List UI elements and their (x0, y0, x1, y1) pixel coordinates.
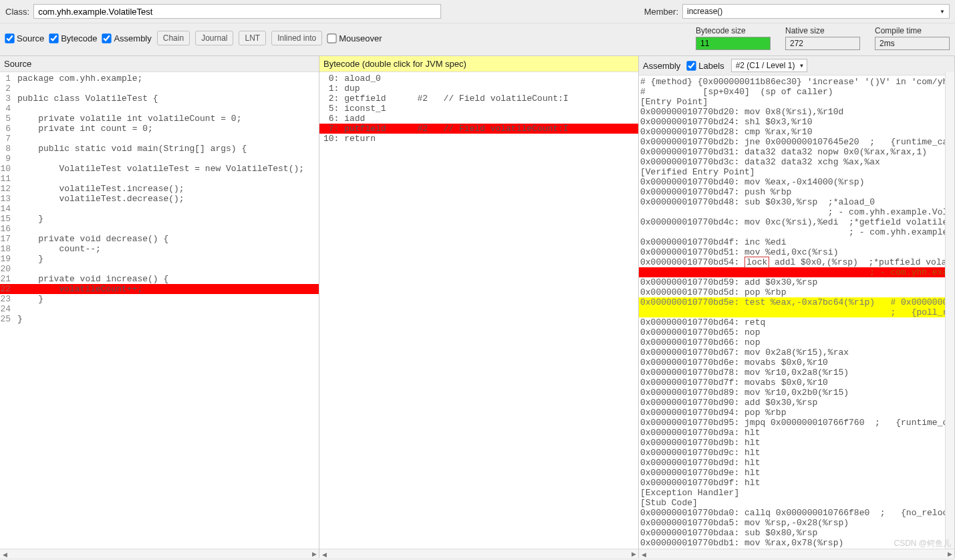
source-line[interactable]: 23 } (0, 294, 319, 304)
assembly-line[interactable]: 0x000000010770bd20: mov 0x8(%rsi),%r10d (639, 107, 954, 117)
assembly-line[interactable]: ; - com.yhh.example. (639, 267, 954, 277)
assembly-line[interactable]: # [sp+0x40] (sp of caller) (639, 87, 954, 97)
bytecode-line[interactable]: 10: return (319, 134, 638, 144)
source-line[interactable]: 25} (0, 314, 319, 324)
assembly-line[interactable]: 0x000000010770bd9e: hlt (639, 468, 954, 478)
bytecode-line[interactable]: 5: iconst_1 (319, 104, 638, 114)
source-line[interactable]: 8 public static void main(String[] args)… (0, 144, 319, 154)
assembly-line[interactable]: # {method} {0x000000011b86ec30} 'increas… (639, 77, 954, 87)
assembly-line[interactable]: 0x000000010770bd5e: test %eax,-0xa7bc64(… (639, 297, 954, 307)
assembly-line[interactable]: 0x000000010770bd5d: pop %rbp (639, 287, 954, 297)
assembly-line[interactable]: 0x000000010770bd9d: hlt (639, 458, 954, 468)
source-line[interactable]: 24 (0, 304, 319, 314)
assembly-line[interactable]: 0x000000010770bd9a: hlt (639, 428, 954, 438)
assembly-body[interactable]: # {method} {0x000000011b86ec30} 'increas… (639, 76, 954, 558)
source-line[interactable]: 21 private void increase() { (0, 274, 319, 284)
source-line[interactable]: 4 (0, 104, 319, 114)
assembly-line[interactable]: 0x000000010770bd4c: mov 0xc(%rsi),%edi ;… (639, 217, 954, 227)
assembly-checkbox[interactable]: Assembly (102, 33, 151, 43)
assembly-line[interactable]: 0x000000010770bd90: add $0x30,%rsp (639, 398, 954, 408)
bytecode-line[interactable]: 1: dup (319, 84, 638, 94)
member-select[interactable]: increase() (682, 4, 950, 19)
assembly-line[interactable]: 0x000000010770bd78: mov %r10,0x2a8(%r15) (639, 368, 954, 378)
lnt-button[interactable]: LNT (239, 31, 266, 45)
class-input[interactable] (33, 4, 441, 19)
assembly-line[interactable]: 0x000000010770bd64: retq (639, 317, 954, 327)
assembly-line[interactable]: 0x000000010770bda5: mov %rsp,-0x28(%rsp) (639, 518, 954, 528)
assembly-line[interactable]: 0x000000010770bda0: callq 0x000000010766… (639, 508, 954, 518)
assembly-hscroll[interactable]: ◀▶ (639, 549, 954, 558)
assembly-line[interactable]: 0x000000010770bd4f: inc %edi (639, 237, 954, 247)
assembly-line[interactable]: [Stub Code] (639, 498, 954, 508)
labels-checkbox[interactable]: Labels (687, 61, 724, 71)
assembly-line[interactable]: 0x000000010770bd67: mov 0x2a8(%r15),%rax (639, 347, 954, 358)
source-line[interactable]: 2 (0, 84, 319, 94)
source-line[interactable]: 11 (0, 174, 319, 184)
bytecode-line[interactable]: 7: putfield #2 // Field volatileCount:I (319, 124, 638, 134)
bytecode-checkbox[interactable]: Bytecode (49, 33, 97, 43)
assembly-line[interactable]: ; {poll_return} (639, 307, 954, 317)
assembly-line[interactable]: 0x000000010770bd66: nop (639, 337, 954, 347)
source-line[interactable]: 17 private void decrease() { (0, 234, 319, 244)
assembly-vscroll[interactable] (945, 72, 954, 549)
assembly-line[interactable]: 0x000000010770bd3c: data32 data32 xchg %… (639, 157, 954, 167)
assembly-line[interactable]: 0x000000010770bd24: shl $0x3,%r10 (639, 117, 954, 127)
assembly-line[interactable]: 0x000000010770bd9c: hlt (639, 448, 954, 458)
assembly-line[interactable]: 0x000000010770bd40: mov %eax,-0x14000(%r… (639, 177, 954, 187)
assembly-line[interactable]: ; - com.yhh.example.Vola (639, 227, 954, 237)
bytecode-body[interactable]: 0: aload_0 1: dup 2: getfield #2 // Fiel… (319, 72, 638, 558)
assembly-line[interactable]: [Verified Entry Point] (639, 167, 954, 177)
columns: Source 1package com.yhh.example;23public… (0, 55, 955, 558)
assembly-line[interactable]: 0x000000010770bdaa: sub $0x80,%rsp (639, 528, 954, 538)
assembly-line[interactable]: 0x000000010770bd28: cmp %rax,%r10 (639, 127, 954, 137)
compile-level-select[interactable]: #2 (C1 / Level 1) (731, 59, 808, 72)
source-line[interactable]: 7 (0, 134, 319, 144)
assembly-line[interactable]: 0x000000010770bd2b: jne 0x0000000107645e… (639, 137, 954, 147)
assembly-line[interactable]: 0x000000010770bd7f: movabs $0x0,%r10 (639, 378, 954, 388)
source-line[interactable]: 16 (0, 224, 319, 234)
source-line[interactable]: 19 } (0, 254, 319, 264)
source-body[interactable]: 1package com.yhh.example;23public class … (0, 72, 319, 558)
journal-button[interactable]: Journal (195, 31, 233, 45)
assembly-line[interactable]: 0x000000010770bd89: mov %r10,0x2b0(%r15) (639, 388, 954, 398)
source-line[interactable]: 15 } (0, 214, 319, 224)
assembly-line[interactable]: 0x000000010770bd94: pop %rbp (639, 408, 954, 418)
assembly-line[interactable]: 0x000000010770bd9f: hlt (639, 478, 954, 488)
assembly-line[interactable]: 0x000000010770bd59: add $0x30,%rsp (639, 277, 954, 287)
source-line[interactable]: 20 (0, 264, 319, 274)
class-label: Class: (5, 7, 29, 17)
source-line[interactable]: 6 private int count = 0; (0, 124, 319, 134)
assembly-line[interactable]: ; - com.yhh.example.Volatile (639, 207, 954, 217)
source-line[interactable]: 10 VolatileTest volatileTest = new Volat… (0, 164, 319, 174)
source-line[interactable]: 9 (0, 154, 319, 164)
bytecode-line[interactable]: 6: iadd (319, 114, 638, 124)
assembly-line[interactable]: 0x000000010770bd65: nop (639, 327, 954, 337)
assembly-line[interactable]: [Entry Point] (639, 97, 954, 107)
chain-button[interactable]: Chain (157, 31, 190, 45)
source-line[interactable]: 18 count--; (0, 244, 319, 254)
assembly-line[interactable]: 0x000000010770bd95: jmpq 0x000000010766f… (639, 418, 954, 428)
source-line[interactable]: 1package com.yhh.example; (0, 74, 319, 84)
assembly-line[interactable]: 0x000000010770bd9b: hlt (639, 438, 954, 448)
assembly-line[interactable]: 0x000000010770bd47: push %rbp (639, 187, 954, 197)
assembly-line[interactable]: 0x000000010770bd54: lock addl $0x0,(%rsp… (639, 257, 954, 267)
source-line[interactable]: 3public class VolatileTest { (0, 94, 319, 104)
inlined-into-button[interactable]: Inlined into (271, 31, 322, 45)
source-line[interactable]: 22 volatileCount++; (0, 284, 319, 294)
bytecode-size-value: 11 (696, 37, 771, 50)
source-line[interactable]: 5 private volatile int volatileCount = 0… (0, 114, 319, 124)
mouseover-checkbox[interactable]: Mouseover (327, 33, 382, 43)
assembly-line[interactable]: 0x000000010770bd31: data32 data32 nopw 0… (639, 147, 954, 157)
assembly-line[interactable]: 0x000000010770bd51: mov %edi,0xc(%rsi) (639, 247, 954, 257)
source-hscroll[interactable]: ◀▶ (0, 549, 319, 558)
source-line[interactable]: 13 volatileTest.decrease(); (0, 194, 319, 204)
assembly-line[interactable]: [Exception Handler] (639, 488, 954, 498)
assembly-line[interactable]: 0x000000010770bd6e: movabs $0x0,%r10 (639, 358, 954, 368)
source-line[interactable]: 14 (0, 204, 319, 214)
bytecode-line[interactable]: 0: aload_0 (319, 74, 638, 84)
assembly-line[interactable]: 0x000000010770bd48: sub $0x30,%rsp ;*alo… (639, 197, 954, 207)
bytecode-line[interactable]: 2: getfield #2 // Field volatileCount:I (319, 94, 638, 104)
source-line[interactable]: 12 volatileTest.increase(); (0, 184, 319, 194)
source-checkbox[interactable]: Source (5, 33, 44, 43)
bytecode-hscroll[interactable]: ◀▶ (319, 549, 638, 558)
